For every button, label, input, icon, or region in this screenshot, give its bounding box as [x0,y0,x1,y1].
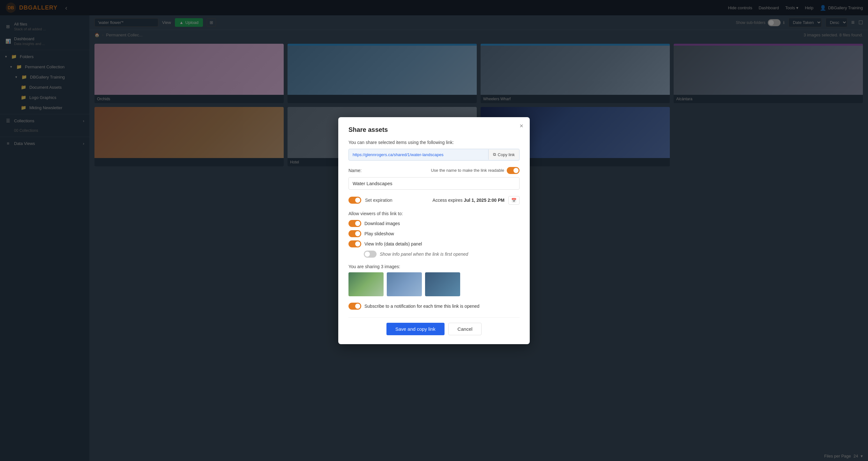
modal-overlay[interactable]: Share assets × You can share selected it… [0,0,868,461]
cancel-button[interactable]: Cancel [448,323,482,335]
expiry-text: Access expires [432,197,462,203]
subscribe-label: Subscribe to a notification for each tim… [365,304,479,309]
name-toggle[interactable] [507,167,520,174]
show-info-panel-toggle[interactable] [364,251,377,258]
modal-sharing-section: You are sharing 3 images: [348,264,520,296]
expiry-date: Access expires Jul 1, 2025 2:00 PM [432,197,504,203]
modal-footer: Save and copy link Cancel [348,317,520,335]
show-info-panel-option: Show Info panel when the link is first o… [348,251,520,258]
play-slideshow-label: Play slideshow [365,231,394,236]
subscribe-row: Subscribe to a notification for each tim… [348,303,520,310]
modal-viewers-section: Allow viewers of this link to: Download … [348,211,520,258]
download-images-option: Download images [348,220,520,227]
thumbnails-row [348,272,520,296]
download-images-toggle[interactable] [348,220,361,227]
play-slideshow-toggle[interactable] [348,230,361,237]
view-info-label: View Info (data details) panel [365,241,422,246]
modal-expiration-section: Set expiration Access expires Jul 1, 202… [348,196,520,205]
save-copy-link-button[interactable]: Save and copy link [386,323,444,335]
modal-description: You can share selected items using the f… [348,140,520,145]
thumbnail-3 [425,272,460,296]
name-row: Name: Use the name to make the link read… [348,167,520,174]
name-input[interactable] [348,177,520,190]
link-row: ⧉ Copy link [348,149,520,161]
expiration-row: Set expiration Access expires Jul 1, 202… [348,196,520,205]
play-slideshow-option: Play slideshow [348,230,520,237]
expiration-label: Set expiration [365,197,393,203]
view-info-toggle[interactable] [348,240,361,247]
download-images-label: Download images [365,221,400,226]
copy-icon: ⧉ [493,152,496,157]
modal-close-button[interactable]: × [520,122,523,130]
name-toggle-row: Use the name to make the link readable [431,167,520,174]
copy-link-button[interactable]: ⧉ Copy link [488,149,519,160]
name-toggle-label: Use the name to make the link readable [431,168,504,173]
allow-viewers-label: Allow viewers of this link to: [348,211,520,216]
expiration-toggle[interactable] [348,197,361,204]
show-info-panel-label: Show Info panel when the link is first o… [380,252,468,257]
modal-title: Share assets [348,126,520,133]
link-url-input[interactable] [349,149,488,160]
sharing-label: You are sharing 3 images: [348,264,520,269]
share-assets-modal: Share assets × You can share selected it… [338,117,530,344]
modal-name-section: Name: Use the name to make the link read… [348,167,520,190]
thumbnail-2 [387,272,422,296]
name-label: Name: [348,168,362,173]
modal-link-section: You can share selected items using the f… [348,140,520,161]
view-info-option: View Info (data details) panel [348,240,520,247]
copy-link-label: Copy link [498,152,515,157]
subscribe-toggle[interactable] [348,303,361,310]
calendar-button[interactable]: 📅 [508,196,520,205]
thumbnail-1 [348,272,383,296]
expiry-date-value: Jul 1, 2025 2:00 PM [464,197,504,203]
